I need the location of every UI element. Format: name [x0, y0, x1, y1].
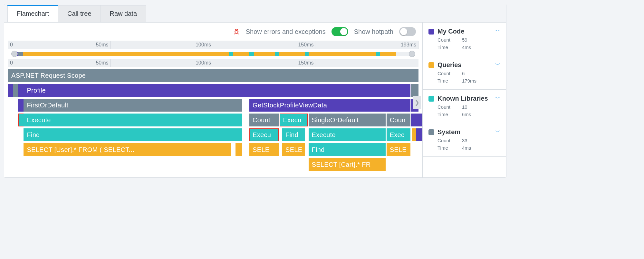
flame-span[interactable]: [416, 128, 422, 141]
range-handle-left[interactable]: [11, 51, 18, 57]
minimap-segment: [376, 52, 380, 56]
flame-span[interactable]: SELE: [282, 143, 305, 156]
tab-raw-data[interactable]: Raw data: [101, 5, 147, 22]
ruler-tick: 0: [8, 41, 13, 49]
show-errors-toggle[interactable]: [332, 27, 348, 36]
tab-bar: Flamechart Call tree Raw data: [4, 4, 506, 22]
legend-system[interactable]: System﹀Count33Time4ms: [423, 123, 506, 157]
ruler-tick: 193ms: [401, 41, 418, 49]
legend-count-value: 10: [462, 104, 467, 110]
main-panel: Show errors and exceptions Show hotpath …: [4, 23, 422, 177]
legend-time-label: Time: [437, 145, 454, 151]
ruler-detail: 050ms100ms150ms: [8, 59, 418, 67]
legend-mycode[interactable]: My Code﹀Count59Time4ms: [423, 23, 506, 56]
flame-row: FindExecuFindExecuteExec: [8, 128, 418, 141]
ruler-tick: 0: [8, 59, 13, 67]
scroll-right-button[interactable]: ❯: [413, 96, 421, 109]
flame-span[interactable]: Execu: [280, 114, 308, 126]
minimap[interactable]: [8, 49, 418, 59]
flame-span[interactable]: SELE: [387, 143, 410, 156]
minimap-segment: [18, 52, 23, 56]
minimap-segment: [229, 52, 233, 56]
flame-span[interactable]: Profile: [24, 84, 410, 97]
legend-count-label: Count: [437, 104, 454, 110]
ruler-tick: 150ms: [298, 41, 316, 49]
range-handle-right[interactable]: [409, 51, 415, 57]
flame-span[interactable]: [235, 143, 242, 156]
minimap-track: [14, 52, 412, 56]
ruler-tick: 50ms: [96, 41, 111, 49]
flame-span[interactable]: SELECT [User].* FROM ( SELECT...: [24, 143, 230, 156]
flamechart: ❯ ASP.NET Request ScopeProfileFirstOrDef…: [8, 69, 418, 171]
legend-time-value: 179ms: [462, 78, 476, 84]
show-errors-label: Show errors and exceptions: [246, 28, 326, 35]
chevron-right-icon: ❯: [415, 99, 419, 106]
ruler-tick: 100ms: [196, 41, 213, 49]
flame-row: Profile: [8, 84, 418, 97]
legend-title: Queries: [437, 61, 492, 69]
legend-count-label: Count: [437, 138, 454, 143]
flame-span[interactable]: Find: [24, 128, 242, 141]
flame-toolbar: Show errors and exceptions Show hotpath: [4, 23, 422, 41]
legend-time-value: 4ms: [462, 45, 471, 50]
svg-point-0: [235, 30, 238, 33]
show-hotpath-label: Show hotpath: [354, 28, 393, 35]
flame-row: ExecuteCountExecuSingleOrDefaultCoun: [8, 114, 418, 126]
flame-span[interactable]: Exec: [387, 128, 410, 141]
legend-queries[interactable]: Queries﹀Count6Time179ms: [423, 56, 506, 90]
flame-span[interactable]: Find: [309, 143, 386, 156]
flame-span[interactable]: ASP.NET Request Scope: [8, 69, 418, 82]
legend-time-label: Time: [437, 45, 454, 50]
minimap-segment: [309, 52, 376, 56]
profiler-window: Flamechart Call tree Raw data Show error…: [4, 4, 506, 178]
legend-time-value: 4ms: [462, 145, 471, 151]
flame-span[interactable]: SingleOrDefault: [309, 114, 386, 126]
legend-count-value: 33: [462, 138, 467, 143]
minimap-segment: [254, 52, 275, 56]
flame-span[interactable]: Coun: [387, 114, 410, 126]
flame-span[interactable]: Find: [282, 128, 305, 141]
flame-span[interactable]: SELECT [Cart].* FR: [309, 158, 386, 171]
chevron-down-icon: ﹀: [495, 129, 500, 135]
ruler-overview: 050ms100ms150ms193ms: [8, 41, 418, 49]
minimap-segment: [305, 52, 309, 56]
flame-span[interactable]: Execute: [24, 114, 242, 126]
chevron-down-icon: ﹀: [495, 28, 500, 35]
flame-span[interactable]: Execu: [249, 128, 279, 141]
legend-title: My Code: [437, 28, 492, 35]
legend-count-value: 6: [462, 71, 465, 76]
minimap-segment: [23, 52, 229, 56]
legend-title: System: [437, 128, 492, 136]
chevron-down-icon: ﹀: [495, 62, 500, 68]
tab-flamechart[interactable]: Flamechart: [7, 5, 58, 22]
minimap-segment: [275, 52, 279, 56]
flame-span[interactable]: Execute: [309, 128, 386, 141]
legend-swatch: [428, 96, 434, 102]
legend-swatch: [428, 29, 434, 35]
chevron-down-icon: ﹀: [495, 95, 500, 102]
flame-span[interactable]: SELE: [249, 143, 279, 156]
minimap-segment: [249, 52, 254, 56]
legend-title: Known Libraries: [437, 95, 492, 102]
ruler-tick: 100ms: [196, 59, 213, 67]
flame-span[interactable]: [416, 114, 422, 126]
legend-known[interactable]: Known Libraries﹀Count10Time6ms: [423, 90, 506, 123]
flame-span[interactable]: GetStockProfileViewData: [249, 99, 410, 112]
ruler-tick: 50ms: [96, 59, 111, 67]
ruler-tick: 150ms: [298, 59, 316, 67]
flame-span[interactable]: FirstOrDefault: [24, 99, 242, 112]
minimap-segment: [279, 52, 305, 56]
legend-count-value: 59: [462, 37, 467, 43]
minimap-segment: [233, 52, 249, 56]
legend-count-label: Count: [437, 37, 454, 43]
legend-time-label: Time: [437, 78, 454, 84]
flame-row: ASP.NET Request Scope: [8, 69, 418, 82]
flame-row: FirstOrDefaultGetStockProfileViewData: [8, 99, 418, 112]
show-hotpath-toggle[interactable]: [399, 27, 416, 36]
legend-count-label: Count: [437, 71, 454, 76]
flame-span[interactable]: [411, 84, 418, 97]
tab-call-tree[interactable]: Call tree: [58, 5, 101, 22]
flame-span[interactable]: Count: [249, 114, 279, 126]
legend-time-label: Time: [437, 112, 454, 117]
minimap-segment: [380, 52, 396, 56]
